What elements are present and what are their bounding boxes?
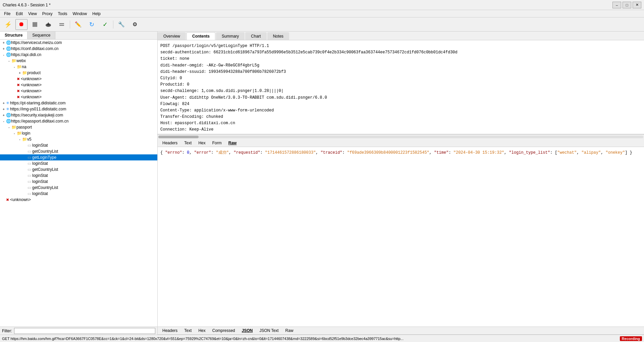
- tab-overview[interactable]: Overview: [158, 32, 186, 40]
- filter-input[interactable]: [14, 328, 155, 334]
- tree-item[interactable]: ✖ <unknown>: [0, 82, 157, 88]
- tab-contents[interactable]: Contents: [186, 32, 215, 40]
- tree-toggle[interactable]: +: [1, 101, 6, 105]
- tree-item[interactable]: ✖ <unknown>: [0, 76, 157, 82]
- request-scrollbar[interactable]: [158, 134, 644, 139]
- menu-proxy[interactable]: Proxy: [40, 11, 55, 17]
- tree-item[interactable]: ✖ <unknown>: [0, 197, 157, 203]
- error-icon: ✖: [17, 89, 20, 93]
- tree-item[interactable]: - 📁 login: [0, 130, 157, 136]
- resp-tab-headers[interactable]: Headers: [159, 327, 181, 334]
- filter-label: Filter:: [2, 329, 12, 333]
- tree-item[interactable]: + 📁 product: [0, 70, 157, 76]
- tree-item[interactable]: - 📁 passport: [0, 124, 157, 130]
- request-content: POST /passport/login/v5/getLoginType HTT…: [158, 40, 644, 335]
- tree-item[interactable]: ✖ <unknown>: [0, 88, 157, 94]
- tree-item-selected[interactable]: ▭ getLoginType: [0, 154, 157, 160]
- scroll-thumb[interactable]: [158, 136, 199, 138]
- tree-toggle[interactable]: -: [1, 53, 6, 57]
- tree-item[interactable]: ▭ loginStat: [0, 142, 157, 148]
- req-tab-form[interactable]: Form: [209, 140, 225, 146]
- req-tab-hex[interactable]: Hex: [195, 140, 209, 146]
- tree-toggle[interactable]: -: [1, 119, 6, 123]
- tree-toggle[interactable]: -: [17, 138, 22, 141]
- menu-help[interactable]: Help: [90, 11, 103, 17]
- resp-tab-hex[interactable]: Hex: [195, 327, 209, 334]
- tree-item[interactable]: - 🌐 https://api.didi.cn: [0, 52, 157, 58]
- tree-item[interactable]: ▭ loginStat: [0, 191, 157, 197]
- tree-panel[interactable]: + 🌐 https://servicecut.meizu.com + 🌐 htt…: [0, 40, 157, 327]
- svg-rect-0: [33, 22, 37, 27]
- tree-item[interactable]: - 📁 v5: [0, 136, 157, 142]
- stop-button[interactable]: [29, 19, 41, 30]
- globe-icon: 🌐: [6, 119, 11, 124]
- menu-window[interactable]: Window: [70, 11, 90, 17]
- resp-tab-text[interactable]: Text: [181, 327, 195, 334]
- toolbar-sep1: [70, 20, 70, 29]
- resp-tab-json-text[interactable]: JSON Text: [256, 327, 282, 334]
- tab-summary[interactable]: Summary: [216, 32, 245, 40]
- tab-chart[interactable]: Chart: [245, 32, 266, 40]
- tree-item[interactable]: + ✳ https://img-ys011.didistatic.com: [0, 106, 157, 112]
- tree-item[interactable]: - 📁 na: [0, 64, 157, 70]
- tree-toggle[interactable]: -: [7, 126, 11, 129]
- stop2-button[interactable]: [56, 19, 68, 30]
- tree-item[interactable]: ▭ getCountryList: [0, 185, 157, 191]
- menu-view[interactable]: View: [25, 11, 40, 17]
- shark-button[interactable]: [42, 19, 54, 30]
- response-area[interactable]: { "errno": 0, "error": "成功", "requestid"…: [158, 147, 644, 327]
- record-button[interactable]: ⏺: [15, 19, 28, 30]
- tab-notes[interactable]: Notes: [267, 32, 289, 40]
- tree-item[interactable]: + ✳ https://pt-starimg.didistatic.com: [0, 100, 157, 106]
- menu-tools[interactable]: Tools: [55, 11, 70, 17]
- file-icon: ▭: [28, 149, 31, 154]
- tab-structure[interactable]: Structure: [0, 32, 28, 39]
- maximize-button[interactable]: □: [623, 2, 631, 8]
- error-icon: ✖: [17, 95, 20, 99]
- tree-item[interactable]: + 🌐 https://security.xiaojukeji.com: [0, 112, 157, 118]
- lightning-button[interactable]: ⚡: [2, 19, 14, 30]
- tree-toggle[interactable]: -: [7, 59, 11, 63]
- file-icon: ▭: [28, 155, 31, 160]
- pen-button[interactable]: ✏️: [72, 19, 84, 30]
- tree-toggle[interactable]: +: [17, 71, 22, 75]
- tree-item[interactable]: ▭ getCountryList: [0, 148, 157, 154]
- file-icon: ▭: [28, 185, 31, 190]
- globe-star-icon: ✳: [6, 101, 9, 105]
- tree-item[interactable]: ▭ getCountryList: [0, 166, 157, 173]
- tree-item[interactable]: - 🌐 https://epassport.diditaxi.com.cn: [0, 118, 157, 124]
- req-tab-headers[interactable]: Headers: [159, 140, 181, 146]
- tree-toggle[interactable]: +: [1, 47, 6, 51]
- menu-edit[interactable]: Edit: [13, 11, 25, 17]
- minimize-button[interactable]: –: [612, 2, 621, 8]
- tree-toggle[interactable]: +: [1, 41, 6, 45]
- tree-item[interactable]: ✖ <unknown>: [0, 94, 157, 100]
- tree-toggle[interactable]: -: [12, 132, 17, 135]
- tree-item[interactable]: ▭ loginStat: [0, 160, 157, 166]
- tree-item[interactable]: ▭ loginStat: [0, 173, 157, 179]
- resp-tab-json[interactable]: JSON: [238, 327, 256, 334]
- toolbar: ⚡ ⏺ ✏️ ↻ ✓ 🔧 ⚙: [0, 17, 644, 32]
- tree-toggle[interactable]: +: [1, 107, 6, 111]
- menu-file[interactable]: File: [1, 11, 13, 17]
- top-tab-bar: Overview Contents Summary Chart Notes: [158, 32, 644, 40]
- req-tab-raw[interactable]: Raw: [225, 140, 240, 146]
- tree-item[interactable]: ▭ loginStat: [0, 179, 157, 185]
- tree-item[interactable]: + 🌐 https://servicecut.meizu.com: [0, 40, 157, 46]
- response-sub-tabs: Headers Text Hex Compressed JSON JSON Te…: [158, 327, 644, 335]
- req-tab-text[interactable]: Text: [181, 140, 195, 146]
- refresh-button[interactable]: ↻: [86, 19, 98, 30]
- request-text[interactable]: POST /passport/login/v5/getLoginType HTT…: [158, 40, 644, 134]
- menu-bar: File Edit View Proxy Tools Window Help: [0, 10, 644, 17]
- resp-tab-raw[interactable]: Raw: [282, 327, 297, 334]
- resp-tab-compressed[interactable]: Compressed: [209, 327, 238, 334]
- tree-toggle[interactable]: +: [1, 113, 6, 117]
- close-button[interactable]: ✕: [633, 2, 641, 8]
- tools-button[interactable]: 🔧: [115, 19, 127, 30]
- tree-toggle[interactable]: -: [12, 65, 17, 69]
- tab-sequence[interactable]: Sequence: [28, 32, 55, 39]
- settings-button[interactable]: ⚙: [129, 19, 141, 30]
- tree-item[interactable]: + 🌐 https://conf.diditaxi.com.cn: [0, 46, 157, 52]
- tree-item[interactable]: - 📁 webx: [0, 58, 157, 64]
- check-button[interactable]: ✓: [99, 19, 111, 30]
